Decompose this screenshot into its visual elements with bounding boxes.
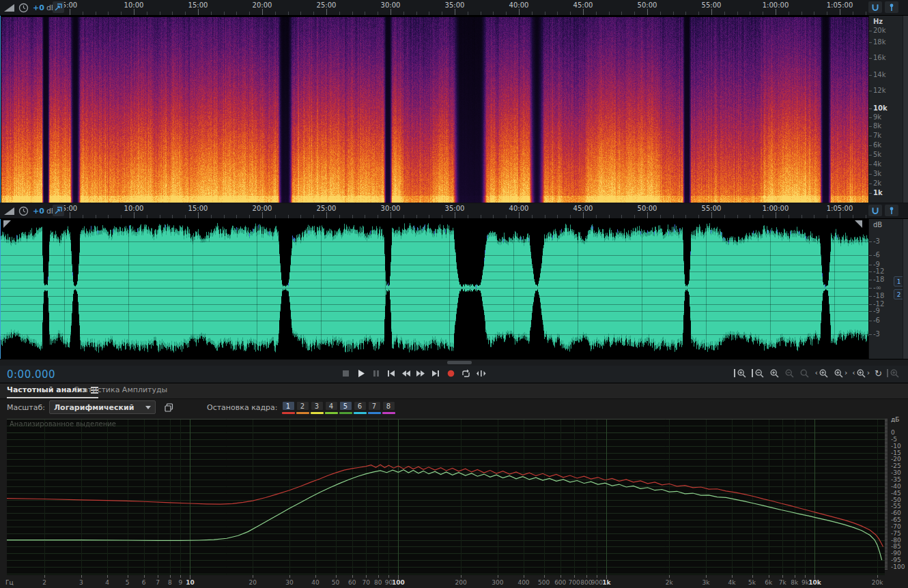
waveform-ruler[interactable]: 5:0010:0015:0020:0025:0030:0035:0040:004… [0, 203, 908, 219]
amplitude-ramp-icon [4, 4, 14, 12]
zoom-selection-time-button[interactable] [769, 368, 780, 379]
skip-selection-icon [476, 368, 486, 379]
gain-value[interactable]: +0 [33, 207, 44, 216]
hold-label: Остановка кадра: [207, 403, 278, 412]
skip-to-end-button[interactable] [430, 368, 441, 379]
hold-button-6[interactable]: 6 [354, 401, 367, 414]
snap-button[interactable] [868, 205, 882, 216]
hold-button-8[interactable]: 8 [382, 401, 395, 414]
hold-button-4[interactable]: 4 [325, 401, 338, 414]
analysis-tabbar: Частотный анализ Статистика Амплитуды [0, 383, 908, 399]
x-axis-tick [706, 575, 707, 578]
hold-button-number: 6 [354, 401, 367, 411]
scale-select[interactable]: Логарифмический [49, 400, 156, 414]
waveform-timeline[interactable]: 5:0010:0015:0020:0025:0030:0035:0040:004… [0, 203, 868, 218]
ruler-time-label: 15:00 [188, 205, 208, 212]
magnifier-icon [834, 368, 844, 379]
zoom-in-at-out-point-button[interactable]: › [834, 368, 847, 379]
scrollbar-thumb[interactable] [447, 361, 472, 364]
x-axis-tick [366, 575, 367, 578]
x-axis-tick [81, 575, 82, 578]
zoom-full-button[interactable] [799, 368, 810, 379]
reset-zoom-button[interactable]: ↻ [875, 368, 882, 379]
zoom-out-time-button[interactable] [752, 368, 765, 379]
zoom-in-time-button[interactable] [734, 368, 747, 379]
x-axis-label: 2 [42, 579, 46, 586]
playhead-pin-button[interactable] [53, 1, 64, 13]
snap-button[interactable] [868, 1, 882, 13]
zoom-out-selection-button[interactable] [784, 368, 795, 379]
waveform-vscrollbar[interactable] [903, 219, 908, 359]
y-axis-label: -10 [891, 443, 901, 450]
hold-button-number: 4 [325, 401, 338, 411]
copy-snapshot-button[interactable] [164, 402, 174, 413]
db-tick-label: -18 [873, 292, 884, 299]
marker-button[interactable] [885, 205, 898, 216]
x-axis-tick [805, 575, 806, 578]
x-axis-label: 50 [332, 579, 339, 586]
freq-tick-label: 8k [873, 122, 881, 130]
fast-forward-button[interactable] [415, 368, 426, 379]
db-tick-label: -9 [873, 307, 880, 314]
ruler-time-label: 35:00 [445, 1, 465, 9]
marker-button[interactable] [885, 1, 898, 13]
frequency-scale[interactable]: Hz 20k18k16k14k12k10k9k8k7k6k5k4k3k2k1k [868, 16, 903, 203]
spectrogram-ruler[interactable]: 5:0010:0015:0020:0025:0030:0035:0040:004… [0, 0, 908, 16]
zoom-to-selection-button[interactable]: ‹ › [852, 368, 870, 379]
waveform-canvas[interactable] [0, 219, 868, 359]
magnifier-icon [856, 368, 866, 379]
spectrogram-timeline[interactable]: 5:0010:0015:0020:0025:0030:0035:0040:004… [0, 0, 868, 15]
time-display[interactable]: 0:00.000 [7, 368, 55, 381]
play-button[interactable] [355, 368, 366, 379]
y-axis-label: -85 [891, 543, 901, 550]
x-axis-tick [795, 575, 795, 578]
y-axis-unit: дБ [891, 416, 899, 423]
loop-playback-button[interactable] [460, 368, 471, 379]
x-axis-tick [170, 575, 171, 578]
pause-button[interactable] [370, 368, 381, 379]
hold-color-swatch [339, 412, 352, 414]
ruler-time-label: 10:00 [124, 205, 144, 212]
spectrogram-view[interactable] [0, 16, 868, 203]
x-axis-tick [180, 575, 181, 578]
pin-arrow-icon [55, 207, 62, 214]
hold-button-2[interactable]: 2 [296, 401, 309, 414]
amplitude-scale[interactable]: dB -3-6-9-12-18-∞-18-12-9-6-3 1 2 [868, 219, 903, 359]
x-axis-label: 9 [179, 579, 183, 586]
x-axis-label: 40 [311, 579, 319, 586]
x-axis-tick [388, 575, 389, 578]
waveform-view[interactable] [0, 219, 868, 359]
skip-to-start-button[interactable] [385, 368, 396, 379]
db-tick-label: -3 [873, 237, 880, 245]
magnifier-icon [737, 368, 747, 379]
hold-button-3[interactable]: 3 [311, 401, 324, 414]
rewind-icon [401, 368, 411, 379]
skip-selection-button[interactable] [475, 368, 486, 379]
playhead-pin-button[interactable] [53, 205, 64, 216]
x-axis-label: 60 [348, 579, 356, 586]
rewind-button[interactable] [400, 368, 411, 379]
freq-tick-label: 14k [873, 71, 886, 78]
x-axis-label: 7 [156, 579, 160, 586]
hold-button-1[interactable]: 1 [282, 401, 295, 414]
record-button[interactable] [445, 368, 456, 379]
ruler-time-label: 25:00 [317, 1, 337, 9]
x-axis-tick [498, 575, 498, 578]
x-axis-tick [524, 575, 524, 578]
y-axis-label: -95 [891, 557, 901, 563]
tab-amplitude-statistics[interactable]: Статистика Амплитуды [74, 385, 167, 397]
hold-button-5[interactable]: 5 [339, 401, 352, 414]
hold-button-7[interactable]: 7 [368, 401, 381, 414]
zoom-in-at-in-point-button[interactable]: ‹ [814, 368, 828, 379]
spectrogram-vscrollbar[interactable] [903, 16, 908, 203]
y-axis-label: -80 [891, 537, 901, 544]
zoom-vertical-button[interactable] [887, 368, 900, 379]
spectrogram-canvas[interactable] [0, 16, 868, 203]
x-axis-label: 700 [569, 579, 580, 586]
frequency-plot-canvas[interactable] [7, 419, 885, 575]
x-axis-label: 8k [791, 579, 798, 586]
gain-value[interactable]: +0 [33, 3, 44, 12]
freq-tick-label: 4k [873, 160, 881, 168]
analysis-panel: Частотный анализ Статистика Амплитуды Ма… [0, 383, 908, 588]
stop-button[interactable] [340, 368, 351, 379]
